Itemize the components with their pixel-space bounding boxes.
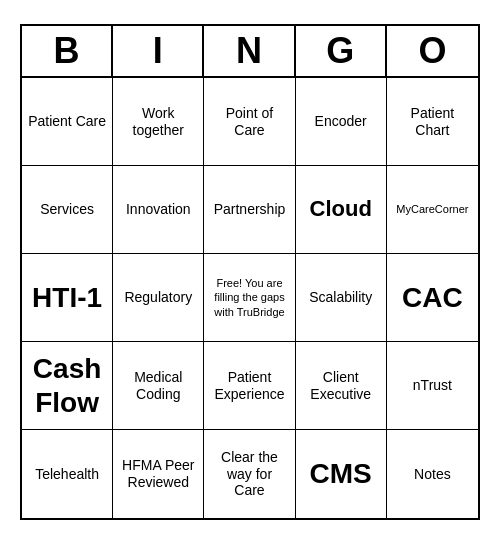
header-letter: G <box>296 26 387 76</box>
bingo-cell: CAC <box>387 254 478 342</box>
bingo-cell: Partnership <box>204 166 295 254</box>
bingo-cell: Client Executive <box>296 342 387 430</box>
bingo-cell: HFMA Peer Reviewed <box>113 430 204 518</box>
bingo-cell: Patient Experience <box>204 342 295 430</box>
bingo-cell: Scalability <box>296 254 387 342</box>
header-letter: O <box>387 26 478 76</box>
bingo-cell: Patient Chart <box>387 78 478 166</box>
bingo-cell: nTrust <box>387 342 478 430</box>
bingo-cell: Free! You are filling the gaps with TruB… <box>204 254 295 342</box>
header-letter: I <box>113 26 204 76</box>
bingo-cell: Patient Care <box>22 78 113 166</box>
header-letter: N <box>204 26 295 76</box>
bingo-cell: Notes <box>387 430 478 518</box>
bingo-cell: Telehealth <box>22 430 113 518</box>
bingo-header: BINGO <box>22 26 478 78</box>
bingo-cell: Point of Care <box>204 78 295 166</box>
bingo-cell: Cloud <box>296 166 387 254</box>
bingo-cell: Clear the way for Care <box>204 430 295 518</box>
header-letter: B <box>22 26 113 76</box>
bingo-cell: Work together <box>113 78 204 166</box>
bingo-card: BINGO Patient CareWork togetherPoint of … <box>20 24 480 520</box>
bingo-cell: Encoder <box>296 78 387 166</box>
bingo-cell: Cash Flow <box>22 342 113 430</box>
bingo-cell: Regulatory <box>113 254 204 342</box>
bingo-cell: MyCareCorner <box>387 166 478 254</box>
bingo-cell: Medical Coding <box>113 342 204 430</box>
bingo-cell: CMS <box>296 430 387 518</box>
bingo-grid: Patient CareWork togetherPoint of CareEn… <box>22 78 478 518</box>
bingo-cell: Innovation <box>113 166 204 254</box>
bingo-cell: Services <box>22 166 113 254</box>
bingo-cell: HTI-1 <box>22 254 113 342</box>
